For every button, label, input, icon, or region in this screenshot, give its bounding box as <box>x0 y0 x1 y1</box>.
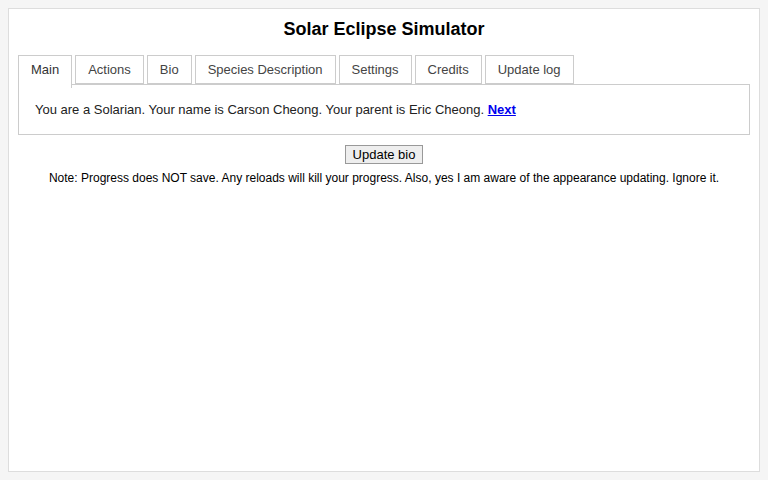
tab-actions[interactable]: Actions <box>75 55 144 84</box>
app-window: Solar Eclipse Simulator MainActionsBioSp… <box>8 8 760 472</box>
tab-credits[interactable]: Credits <box>415 55 482 84</box>
page-title: Solar Eclipse Simulator <box>9 20 759 38</box>
progress-note: Note: Progress does NOT save. Any reload… <box>9 171 759 185</box>
main-panel: You are a Solarian. Your name is Carson … <box>18 84 750 135</box>
next-link[interactable]: Next <box>488 102 516 117</box>
tab-main[interactable]: Main <box>18 55 72 88</box>
update-bio-button[interactable]: Update bio <box>345 145 424 164</box>
tab-settings[interactable]: Settings <box>339 55 412 84</box>
tab-bio[interactable]: Bio <box>147 55 192 84</box>
status-text: You are a Solarian. Your name is Carson … <box>35 102 484 117</box>
actions-row: Update bio <box>9 145 759 164</box>
tab-bar: MainActionsBioSpecies DescriptionSetting… <box>18 55 750 84</box>
tab-update-log[interactable]: Update log <box>485 55 574 84</box>
tab-species-description[interactable]: Species Description <box>195 55 336 84</box>
